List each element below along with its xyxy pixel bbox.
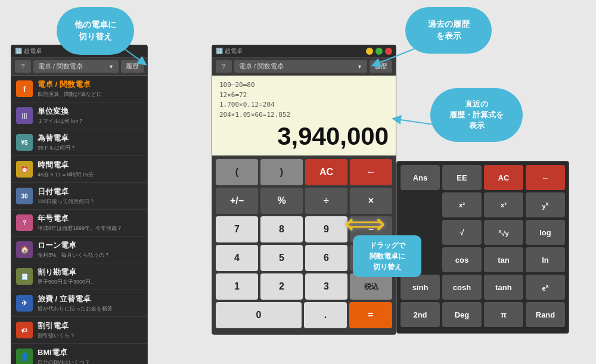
- btn-7[interactable]: 7: [216, 216, 258, 242]
- sci-btn-2nd[interactable]: 2nd: [401, 302, 440, 327]
- btn-dot[interactable]: .: [304, 302, 347, 328]
- history-line-1: 100−20=80: [219, 80, 389, 91]
- btn-divide[interactable]: ÷: [305, 188, 347, 214]
- btn-percent[interactable]: %: [260, 188, 303, 214]
- btn-plus-minus[interactable]: +/−: [216, 188, 258, 214]
- sci-btn-tanh[interactable]: tanh: [484, 275, 523, 300]
- middle-history-button[interactable]: 履歴: [370, 60, 392, 73]
- sci-btn-rand[interactable]: Rand: [526, 302, 565, 327]
- menu-item-discount[interactable]: 🏷 割引電卓 割引後いくら？: [11, 317, 147, 344]
- btn-8[interactable]: 8: [260, 216, 303, 242]
- menu-item-bmi[interactable]: 👤 BMI電卓 自分のBMIはいくつ？: [11, 344, 147, 364]
- discount-title: 割引電卓: [38, 321, 142, 331]
- btn-2[interactable]: 2: [260, 273, 303, 300]
- middle-mode-label: 電卓 / 関数電卓: [239, 62, 284, 71]
- menu-item-travel[interactable]: ✈ 旅費 / 立替電卓 皆が代わりに払ったお金を精算: [11, 290, 147, 317]
- btn-tax[interactable]: 税込: [350, 273, 392, 300]
- sci-row-6: 2nd Deg π Rand: [401, 302, 565, 327]
- sci-btn-xrooty[interactable]: x√y: [484, 220, 523, 245]
- menu-item-unit[interactable]: ||| 単位変換 １マイルは何 km？: [11, 102, 147, 129]
- sci-btn-backspace[interactable]: ←: [526, 165, 565, 190]
- left-mode-dropdown[interactable]: 電卓 / 関数電卓 ▼: [33, 60, 119, 73]
- unit-icon: |||: [16, 107, 33, 124]
- menu-item-year[interactable]: ？ 年号電卓 平成8年は西暦1999年。今年何歳？: [11, 210, 147, 237]
- callout-drag-text: ドラッグで 関数電卓に 切り替え: [370, 241, 405, 271]
- callout-drag: ドラッグで 関数電卓に 切り替え: [353, 235, 421, 277]
- menu-item-currency-text: 為替電卓 99ドルは何円？: [38, 133, 142, 152]
- btn-open-paren[interactable]: (: [216, 159, 258, 185]
- sci-btn-cosh[interactable]: cosh: [442, 275, 482, 300]
- btn-5[interactable]: 5: [260, 245, 303, 271]
- time-desc: 45分 × 11 = 8時間 15分: [38, 171, 142, 179]
- callout-switch-calc: 他の電卓に 切り替え: [57, 7, 134, 55]
- btn-backspace[interactable]: ←: [350, 159, 392, 185]
- calc-icon: f: [16, 80, 33, 97]
- menu-item-bmi-text: BMI電卓 自分のBMIはいくつ？: [38, 347, 142, 364]
- sci-btn-sqrt[interactable]: √: [442, 220, 482, 245]
- callout-recent-text: 直近の 履歴・計算式を 表示: [449, 99, 504, 132]
- calc-history-area: 100−20=80 12×6=72 1,700×0.12=204 204×1.0…: [219, 80, 389, 120]
- btn-3[interactable]: 3: [305, 273, 347, 300]
- btn-1[interactable]: 1: [216, 273, 258, 300]
- maximize-button[interactable]: [375, 48, 383, 55]
- btn-equals[interactable]: =: [349, 302, 392, 328]
- sci-row-4: cos tan ln: [401, 247, 565, 272]
- bmi-title: BMI電卓: [38, 347, 142, 358]
- minimize-button[interactable]: [366, 48, 373, 55]
- time-title: 時間電卓: [38, 160, 142, 170]
- discount-icon: 🏷: [16, 322, 33, 338]
- unit-desc: １マイルは何 km？: [38, 117, 142, 125]
- sci-btn-sinh[interactable]: sinh: [401, 275, 440, 300]
- sci-btn-ans[interactable]: Ans: [401, 165, 440, 190]
- discount-desc: 割引後いくら？: [38, 332, 142, 340]
- middle-help-button[interactable]: ？: [216, 60, 232, 73]
- callout-recent: 直近の 履歴・計算式を 表示: [430, 88, 523, 142]
- middle-titlebar: 🔢 超電卓: [212, 45, 396, 58]
- menu-item-split[interactable]: 🧾 割り勘電卓 男子500円女子3000円。: [11, 263, 147, 290]
- sci-btn-deg[interactable]: Deg: [442, 302, 482, 327]
- btn-9[interactable]: 9: [305, 216, 347, 242]
- calc-title: 電卓 / 関数電卓: [38, 79, 142, 90]
- sci-btn-ac[interactable]: AC: [484, 165, 523, 190]
- left-history-button[interactable]: 履歴: [121, 60, 144, 73]
- btn-6[interactable]: 6: [305, 245, 347, 271]
- sci-btn-log[interactable]: log: [526, 220, 565, 245]
- menu-item-calc[interactable]: f 電卓 / 関数電卓 四則演算、関数計算などに: [11, 76, 147, 102]
- bmi-desc: 自分のBMIはいくつ？: [38, 359, 142, 364]
- sci-btn-ex[interactable]: ex: [526, 275, 565, 300]
- btn-0[interactable]: 0: [216, 302, 302, 328]
- sci-row-5: sinh cosh tanh ex: [401, 275, 565, 300]
- sci-btn-tan[interactable]: tan: [484, 247, 523, 272]
- middle-app-icon: 🔢 超電卓: [216, 47, 243, 55]
- history-line-2: 12×6=72: [219, 91, 389, 101]
- sci-btn-yx[interactable]: yx: [526, 192, 565, 217]
- btn-ac[interactable]: AC: [305, 159, 347, 185]
- close-button[interactable]: [385, 48, 392, 55]
- menu-item-loan[interactable]: 🏠 ローン電卓 金利3%、毎月いくら払うの？: [11, 237, 147, 263]
- loan-title: ローン電卓: [38, 240, 142, 251]
- menu-item-date[interactable]: 30 日付電卓 100日後って何月何日？: [11, 183, 147, 210]
- menu-item-currency[interactable]: ¥$ 為替電卓 99ドルは何円？: [11, 129, 147, 156]
- btn-row-1: ( ) AC ←: [216, 159, 392, 185]
- time-icon: ⏰: [16, 161, 33, 178]
- sci-btn-x3[interactable]: x³: [484, 192, 523, 217]
- left-help-button[interactable]: ？: [15, 60, 31, 73]
- unit-title: 単位変換: [38, 106, 142, 117]
- menu-item-time[interactable]: ⏰ 時間電卓 45分 × 11 = 8時間 15分: [11, 156, 147, 183]
- menu-item-unit-text: 単位変換 １マイルは何 km？: [38, 106, 142, 125]
- btn-4[interactable]: 4: [216, 245, 258, 271]
- travel-title: 旅費 / 立替電卓: [38, 294, 142, 304]
- sci-btn-cos[interactable]: cos: [442, 247, 482, 272]
- sci-btn-ee[interactable]: EE: [442, 165, 482, 190]
- right-scientific-panel: Ans EE AC ← x² x³ yx √ x√y log cos tan l…: [396, 161, 569, 334]
- travel-icon: ✈: [16, 295, 33, 312]
- sci-btn-ln[interactable]: ln: [526, 247, 565, 272]
- middle-mode-dropdown[interactable]: 電卓 / 関数電卓 ▼: [234, 60, 367, 73]
- window-controls: [366, 48, 392, 55]
- sci-btn-pi[interactable]: π: [484, 302, 523, 327]
- left-calculator-panel: 🔢 超電卓 ？ 電卓 / 関数電卓 ▼ 履歴 f 電卓 / 関数電卓 四則演算、…: [11, 45, 148, 364]
- sci-row-2: x² x³ yx: [401, 192, 565, 217]
- sci-btn-x2[interactable]: x²: [442, 192, 482, 217]
- calc-desc: 四則演算、関数計算などに: [38, 91, 142, 98]
- btn-close-paren[interactable]: ): [260, 159, 303, 185]
